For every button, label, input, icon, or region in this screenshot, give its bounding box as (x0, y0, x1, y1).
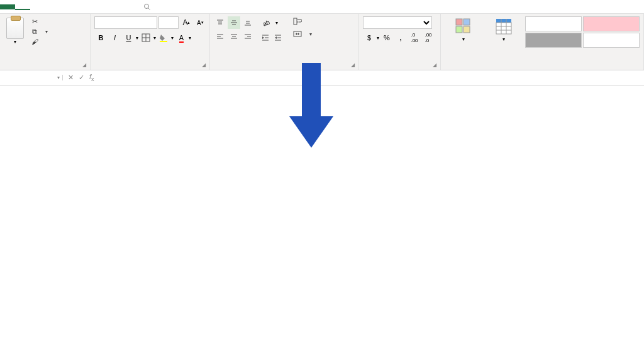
bold-button[interactable]: B (94, 31, 107, 44)
italic-button[interactable]: I (108, 31, 121, 44)
accounting-format-button[interactable]: $ (363, 31, 375, 44)
decrease-indent-icon[interactable] (259, 31, 272, 44)
tab-home[interactable] (15, 4, 30, 10)
search-box[interactable] (136, 3, 153, 11)
font-name-select[interactable] (94, 16, 157, 29)
increase-indent-icon[interactable] (272, 31, 284, 44)
search-icon (143, 3, 151, 11)
svg-marker-34 (297, 21, 299, 23)
percent-format-button[interactable]: % (380, 31, 393, 44)
accounting-dropdown-icon[interactable]: ▾ (377, 35, 379, 41)
underline-dropdown-icon[interactable]: ▾ (136, 35, 138, 41)
group-alignment: ab ▾ ▾ ◢ (210, 14, 359, 70)
svg-rect-41 (456, 26, 462, 33)
conditional-formatting-icon (455, 18, 472, 35)
number-launcher-icon[interactable]: ◢ (433, 62, 439, 69)
format-as-table-button[interactable]: ▾ (485, 16, 523, 43)
conditional-formatting-button[interactable]: ▾ (445, 16, 482, 43)
paste-button[interactable]: ▾ (4, 16, 26, 46)
svg-rect-39 (456, 19, 462, 25)
tab-review[interactable] (91, 4, 106, 9)
table-icon (495, 18, 513, 35)
clipboard-group-label (4, 67, 86, 69)
svg-line-1 (148, 8, 150, 9)
wrap-text-icon (293, 17, 302, 26)
format-painter-button[interactable]: 🖌 (29, 36, 49, 47)
tab-page-layout[interactable] (45, 4, 60, 9)
align-center-icon[interactable] (228, 30, 240, 43)
decrease-decimal-button[interactable]: .00.0 (422, 31, 435, 44)
copy-button[interactable]: ⧉▾ (29, 26, 49, 36)
increase-decimal-button[interactable]: .0.00 (408, 31, 421, 44)
fill-dropdown-icon[interactable]: ▾ (171, 35, 174, 41)
decrease-font-icon[interactable]: A▾ (194, 16, 206, 29)
cell-styles-gallery[interactable] (525, 16, 640, 48)
align-middle-icon[interactable] (228, 16, 240, 29)
font-color-dropdown-icon[interactable]: ▾ (189, 35, 191, 41)
clipboard-launcher-icon[interactable]: ◢ (82, 62, 89, 69)
ribbon: ▾ ✂ ⧉▾ 🖌 ◢ A▴ A▾ B I U ▾ (0, 14, 644, 70)
svg-text:ab: ab (262, 18, 272, 27)
name-box[interactable]: ▾ (0, 75, 63, 80)
font-size-select[interactable] (158, 16, 179, 29)
tab-help[interactable] (121, 4, 136, 9)
number-format-select[interactable] (363, 16, 432, 29)
svg-rect-5 (160, 41, 167, 42)
svg-marker-37 (296, 33, 297, 35)
svg-marker-38 (298, 33, 299, 35)
merge-center-button[interactable]: ▾ (292, 29, 313, 39)
align-left-icon[interactable] (214, 30, 226, 43)
align-top-icon[interactable] (214, 16, 226, 29)
svg-point-0 (145, 4, 149, 8)
svg-rect-44 (496, 23, 511, 34)
fill-color-button[interactable] (157, 31, 170, 44)
alignment-launcher-icon[interactable]: ◢ (351, 62, 357, 69)
copy-icon: ⧉ (30, 27, 39, 36)
cancel-formula-icon[interactable]: ✕ (68, 74, 74, 82)
underline-button[interactable]: U (122, 31, 135, 44)
align-right-icon[interactable] (242, 30, 254, 43)
align-bottom-icon[interactable] (242, 16, 254, 29)
comma-format-button[interactable]: , (394, 31, 407, 44)
orientation-button[interactable]: ab (259, 16, 275, 29)
cut-button[interactable]: ✂ (29, 16, 49, 26)
svg-marker-31 (275, 36, 277, 39)
group-styles: ▾ ▾ (441, 14, 644, 70)
style-normal[interactable] (525, 16, 582, 31)
tab-file[interactable] (0, 4, 15, 9)
name-box-dropdown-icon[interactable]: ▾ (57, 75, 60, 80)
tab-view[interactable] (106, 4, 121, 9)
number-group-label (363, 67, 436, 69)
merge-icon (293, 30, 302, 38)
borders-button[interactable] (140, 31, 152, 44)
borders-dropdown-icon[interactable]: ▾ (153, 35, 156, 41)
font-color-button[interactable]: A (175, 31, 187, 44)
svg-rect-43 (496, 19, 511, 23)
orientation-dropdown-icon[interactable]: ▾ (275, 20, 278, 26)
svg-rect-42 (464, 26, 470, 33)
group-clipboard: ▾ ✂ ⧉▾ 🖌 ◢ (0, 14, 91, 70)
group-font: A▴ A▾ B I U ▾ ▾ ▾ A ▾ (91, 14, 210, 70)
fx-icon[interactable]: fx (89, 73, 94, 82)
font-launcher-icon[interactable]: ◢ (202, 62, 208, 69)
svg-rect-33 (294, 18, 297, 25)
scissors-icon: ✂ (30, 17, 39, 26)
enter-formula-icon[interactable]: ✓ (79, 74, 84, 82)
wrap-text-button[interactable] (292, 16, 313, 26)
tab-data[interactable] (75, 4, 91, 9)
svg-rect-40 (464, 19, 470, 25)
style-check-cell[interactable] (525, 33, 582, 48)
style-explanatory[interactable] (583, 33, 640, 48)
increase-font-icon[interactable]: A▴ (180, 16, 192, 29)
group-number: $▾ % , .0.00 .00.0 ◢ (359, 14, 441, 70)
tab-formulas[interactable] (60, 4, 75, 9)
formula-bar: ▾ ✕ ✓ fx (0, 70, 644, 85)
alignment-group-label (214, 67, 355, 69)
styles-group-label (445, 67, 640, 69)
font-group-label (94, 67, 206, 69)
tab-insert[interactable] (30, 4, 45, 9)
clipboard-icon (6, 18, 24, 39)
ribbon-tabs (0, 0, 644, 14)
style-bad[interactable] (583, 16, 640, 31)
svg-marker-27 (262, 36, 264, 39)
